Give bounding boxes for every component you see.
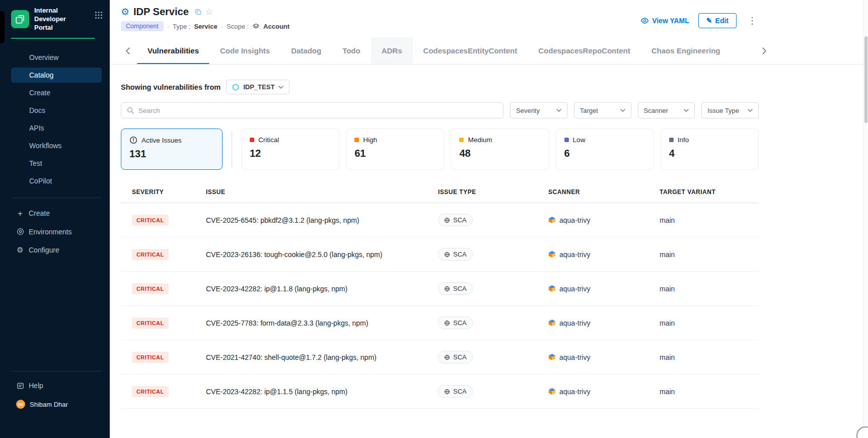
sidebar-item-workflows[interactable]: Workflows [11, 138, 102, 153]
tab-datadog[interactable]: Datadog [280, 37, 332, 64]
tab-bar: Vulnerabilities Code Insights Datadog To… [110, 37, 868, 65]
issue-type-filter[interactable]: Issue Type [701, 102, 759, 118]
table-row[interactable]: CRITICAL CVE-2021-42740: shell-quote@1.7… [121, 340, 759, 374]
entity-settings-icon[interactable]: ⚙ [121, 7, 129, 17]
project-select[interactable]: IDP_TEST [226, 80, 290, 94]
table-row[interactable]: CRITICAL CVE-2023-42282: ip@1.1.8 (lang-… [121, 272, 759, 306]
page-header: ⚙ IDP Service ☆ Component · Type : Servi… [121, 6, 759, 31]
info-count-card[interactable]: Info 4 [661, 129, 759, 170]
scanner-label: aqua-trivy [559, 388, 590, 396]
active-issues-count: 131 [129, 148, 214, 160]
column-header-target-variant: TARGET VARIANT [660, 189, 759, 196]
star-icon[interactable]: ☆ [205, 8, 213, 16]
tab-codespaces-repo-content[interactable]: CodespacesRepoContent [528, 37, 641, 64]
sidebar-item-create[interactable]: Create [11, 85, 102, 100]
sidebar-divider [11, 198, 102, 198]
target-variant-cell: main [660, 216, 759, 224]
issue-type-filter-label: Issue Type [707, 107, 739, 114]
project-hexagon-icon [232, 84, 239, 91]
app-logo[interactable]: Internal Developer Portal [11, 7, 82, 32]
issue-cell: CVE-2025-7783: form-data@2.3.3 (lang-pkg… [206, 319, 438, 327]
scanner-filter[interactable]: Scanner [638, 102, 695, 118]
entity-title-block: ⚙ IDP Service ☆ Component · Type : Servi… [121, 6, 290, 31]
apps-grid-icon[interactable] [95, 11, 103, 21]
info-bullet [669, 138, 674, 142]
edit-button[interactable]: ✎ Edit [698, 13, 737, 28]
view-yaml-link[interactable]: View YAML [640, 17, 689, 25]
sidebar-item-apis[interactable]: APIs [11, 120, 102, 136]
sidebar-item-overview[interactable]: Overview [11, 50, 102, 65]
tab-chaos-engineering[interactable]: Chaos Engineering [641, 37, 731, 64]
table-row[interactable]: CRITICAL CVE-2023-42282: ip@1.1.5 (lang-… [121, 374, 759, 409]
sidebar-item-test[interactable]: Test [11, 156, 102, 171]
user-menu[interactable]: SD Shibam Dhar [0, 394, 110, 409]
medium-bullet [459, 138, 464, 142]
sca-icon [444, 354, 450, 360]
target-variant-cell: main [660, 319, 759, 327]
tab-code-insights[interactable]: Code Insights [209, 37, 280, 64]
sidebar-item-environments[interactable]: Environments [11, 224, 102, 240]
scope-layers-icon [253, 23, 259, 30]
critical-count-card[interactable]: Critical 12 [241, 129, 339, 170]
edit-button-label: Edit [715, 17, 729, 25]
medium-count-card[interactable]: Medium 48 [451, 129, 549, 170]
tab-todo[interactable]: Todo [332, 37, 371, 64]
sidebar-item-label: Create [29, 209, 50, 217]
tab-vulnerabilities[interactable]: Vulnerabilities [137, 37, 209, 64]
column-header-severity: SEVERITY [132, 189, 206, 196]
sidebar-item-catalog[interactable]: Catalog [11, 68, 102, 83]
issue-type-cell: SCA [438, 351, 548, 363]
table-row[interactable]: CRITICAL CVE-2025-6545: pbkdf2@3.1.2 (la… [121, 203, 759, 237]
critical-count: 12 [250, 148, 331, 159]
issue-type-label: SCA [453, 388, 467, 395]
table-row[interactable]: CRITICAL CVE-2025-7783: form-data@2.3.3 … [121, 306, 759, 340]
severity-filter[interactable]: Severity [510, 102, 567, 118]
scanner-cell: aqua-trivy [548, 319, 660, 327]
sidebar-item-configure[interactable]: ⚙ Configure [11, 242, 102, 258]
scope-label: Scope : [227, 23, 249, 30]
tab-codespaces-entity-content[interactable]: CodespacesEntityContent [413, 37, 528, 64]
sidebar-item-label: Help [29, 382, 43, 390]
user-name: Shibam Dhar [30, 401, 68, 408]
search-input[interactable] [138, 107, 497, 114]
column-header-scanner: SCANNER [548, 189, 660, 196]
sidebar-item-help[interactable]: Help [11, 378, 102, 394]
severity-cell: CRITICAL [132, 318, 206, 329]
support-widget[interactable] [856, 426, 868, 438]
medium-label: Medium [468, 136, 492, 144]
table-row[interactable]: CRITICAL CVE-2023-26136: tough-cookie@2.… [121, 237, 759, 272]
issue-type-label: SCA [453, 319, 467, 327]
sidebar-item-docs[interactable]: Docs [11, 103, 102, 118]
vertical-scrollbar[interactable] [863, 0, 868, 438]
app-logo-icon [11, 10, 29, 28]
aqua-trivy-icon [548, 388, 556, 395]
low-count-card[interactable]: Low 6 [556, 129, 654, 170]
sidebar-nav: Overview Catalog Create Docs APIs Workfl… [0, 50, 110, 189]
search-icon [127, 107, 134, 114]
search-input-wrapper [121, 102, 503, 118]
type-label: Type : [173, 23, 190, 30]
copy-icon[interactable] [195, 9, 201, 15]
high-count-card[interactable]: High 61 [346, 129, 444, 170]
scanner-cell: aqua-trivy [548, 216, 660, 224]
scanner-label: aqua-trivy [559, 251, 590, 259]
pencil-icon: ✎ [706, 17, 712, 24]
issue-type-pill: SCA [438, 351, 473, 363]
active-issues-card[interactable]: Active Issues 131 [121, 129, 223, 170]
tabs-scroll-left-icon[interactable] [125, 37, 131, 64]
sidebar-item-create-new[interactable]: + Create [11, 205, 102, 222]
scanner-label: aqua-trivy [559, 319, 590, 327]
tabs-scroll-right-icon[interactable] [761, 37, 767, 64]
scrollbar-thumb[interactable] [864, 36, 867, 123]
issue-cell: CVE-2023-26136: tough-cookie@2.5.0 (lang… [206, 251, 438, 259]
kebab-menu-icon[interactable]: ⋮ [746, 16, 759, 25]
vulnerabilities-panel: Showing vulnerabilities from IDP_TEST [121, 80, 759, 409]
tab-adrs[interactable]: ADRs [371, 37, 413, 64]
sidebar-item-label: Configure [29, 246, 59, 254]
aqua-trivy-icon [548, 216, 556, 224]
target-filter[interactable]: Target [574, 102, 631, 118]
severity-summary-row: Active Issues 131 Critical 12 High 61 [121, 129, 759, 170]
sidebar-item-copilot[interactable]: CoPilot [11, 173, 102, 189]
eye-icon [640, 18, 649, 24]
vulnerabilities-table: SEVERITY ISSUE ISSUE TYPE SCANNER TARGET… [121, 181, 759, 409]
